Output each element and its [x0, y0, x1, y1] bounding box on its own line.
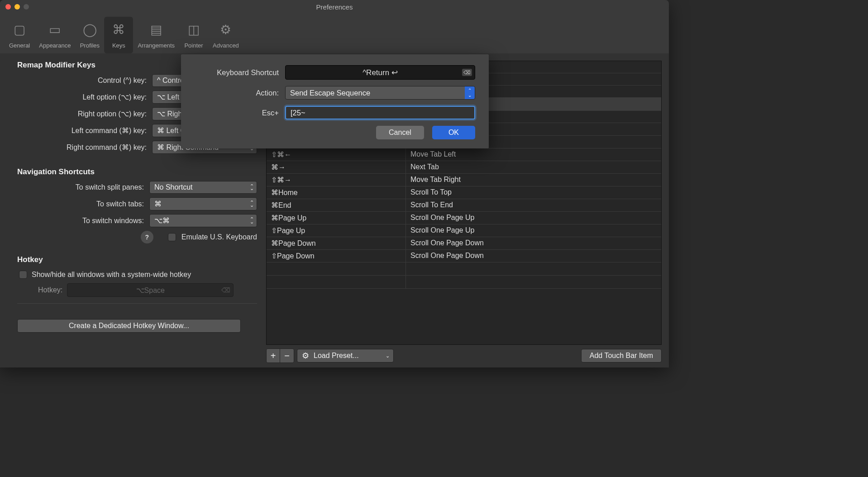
toolbar-label: Pointer: [184, 42, 203, 49]
chevron-updown-icon: ⌃⌄: [250, 201, 254, 206]
table-row[interactable]: ⌘EndScroll To End: [267, 199, 661, 212]
profiles-icon: ◯: [80, 19, 100, 39]
action-column: Scroll One Page Up: [406, 212, 661, 224]
close-icon[interactable]: [5, 4, 11, 10]
toolbar-keys[interactable]: ⌘Keys: [104, 17, 133, 53]
divider: [17, 303, 257, 304]
toolbar-label: Profiles: [80, 42, 100, 49]
load-preset-button[interactable]: Load Preset... ⌄: [297, 349, 394, 363]
add-remove-segment: + −: [266, 348, 294, 363]
chevron-down-icon: ⌄: [386, 353, 390, 359]
table-row[interactable]: ⌘HomeScroll To Top: [267, 186, 661, 199]
remap-label: Right command (⌘) key:: [67, 143, 147, 152]
key-column: ⇧Page Down: [267, 250, 406, 262]
key-mapping-edit-dialog: Keyboard Shortcut ^Return ↩ ⌫ Action: Se…: [181, 54, 489, 148]
chevron-updown-icon: ⌃⌄: [250, 185, 254, 190]
toolbar: ▢General▭Appearance◯Profiles⌘Keys▤Arrang…: [0, 14, 669, 53]
table-row[interactable]: ⌘Page UpScroll One Page Up: [267, 212, 661, 224]
toolbar-pointer[interactable]: ◫Pointer: [179, 17, 208, 53]
emulate-us-keyboard-checkbox[interactable]: [168, 233, 176, 241]
appearance-icon: ▭: [45, 19, 65, 39]
remap-label: Left option (⌥) key:: [82, 93, 147, 101]
general-icon: ▢: [10, 19, 29, 39]
key-column: ⌘Page Up: [267, 212, 406, 224]
keyboard-shortcut-value: ^Return ↩: [362, 68, 398, 77]
toolbar-arrangements[interactable]: ▤Arrangements: [133, 17, 179, 53]
toolbar-label: Advanced: [213, 42, 239, 49]
key-column: ⌘→: [267, 161, 406, 173]
nav-heading: Navigation Shortcuts: [17, 167, 257, 176]
advanced-icon: ⚙: [216, 19, 236, 39]
gear-icon: [302, 351, 311, 361]
action-column: Scroll One Page Down: [406, 237, 661, 249]
window-title: Preferences: [316, 3, 353, 11]
help-button[interactable]: ?: [141, 231, 153, 243]
toolbar-advanced[interactable]: ⚙Advanced: [208, 17, 243, 53]
nav-label: To switch windows:: [82, 217, 144, 225]
action-column: Scroll To End: [406, 199, 661, 211]
clear-shortcut-icon[interactable]: ⌫: [462, 69, 472, 76]
hotkey-input[interactable]: ⌥Space ⌫: [67, 283, 234, 297]
toolbar-label: Appearance: [39, 42, 71, 49]
ok-button[interactable]: OK: [432, 126, 475, 139]
action-column: Next Tab: [406, 161, 661, 173]
minimize-icon[interactable]: [14, 4, 20, 10]
clear-icon[interactable]: ⌫: [221, 286, 230, 294]
remap-label: Control (^) key:: [98, 76, 147, 85]
toolbar-label: Arrangements: [138, 42, 175, 49]
table-row[interactable]: ⇧⌘←Move Tab Left: [267, 148, 661, 161]
toolbar-general[interactable]: ▢General: [5, 17, 34, 53]
keyboard-shortcut-field[interactable]: ^Return ↩ ⌫: [285, 65, 475, 80]
table-row[interactable]: ⇧Page UpScroll One Page Up: [267, 224, 661, 237]
key-column: ⌘Page Down: [267, 237, 406, 249]
toolbar-label: General: [9, 42, 30, 49]
create-hotkey-window-button[interactable]: Create a Dedicated Hotkey Window...: [17, 319, 241, 333]
nav-label: To switch tabs:: [96, 200, 144, 208]
table-row[interactable]: ⇧Page DownScroll One Page Down: [267, 250, 661, 262]
emulate-us-keyboard-label: Emulate U.S. Keyboard: [181, 233, 257, 241]
arrangements-icon: ▤: [146, 19, 166, 39]
show-hide-hotkey-label: Show/hide all windows with a system-wide…: [32, 271, 191, 279]
load-preset-label: Load Preset...: [314, 352, 359, 360]
remap-label: Right option (⌥) key:: [78, 110, 147, 118]
chevron-updown-icon: ⌃⌄: [465, 86, 475, 99]
esc-plus-label: Esc+: [262, 109, 279, 117]
keyboard-shortcut-label: Keyboard Shortcut: [217, 68, 279, 77]
nav-select[interactable]: No Shortcut⌃⌄: [149, 181, 257, 194]
esc-sequence-input[interactable]: [285, 106, 475, 119]
show-hide-hotkey-checkbox[interactable]: [19, 271, 27, 279]
action-select[interactable]: Send Escape Sequence ⌃⌄: [285, 86, 475, 100]
action-value: Send Escape Sequence: [290, 89, 370, 97]
keys-icon: ⌘: [109, 19, 129, 39]
action-column: Scroll One Page Down: [406, 250, 661, 262]
key-column: ⇧⌘←: [267, 148, 406, 161]
key-column: ⇧⌘→: [267, 174, 406, 186]
pointer-icon: ◫: [184, 19, 204, 39]
traffic-lights: [5, 4, 29, 10]
table-row[interactable]: ⌘Page DownScroll One Page Down: [267, 237, 661, 250]
action-column: Scroll One Page Up: [406, 224, 661, 237]
add-touch-bar-item-button[interactable]: Add Touch Bar Item: [581, 349, 662, 363]
table-row[interactable]: [267, 276, 661, 289]
table-row[interactable]: ⇧⌘→Move Tab Right: [267, 174, 661, 186]
add-mapping-button[interactable]: +: [267, 349, 280, 363]
remap-label: Left command (⌘) key:: [72, 126, 147, 135]
table-row[interactable]: ⌘→Next Tab: [267, 161, 661, 174]
hotkey-value: ⌥Space: [136, 286, 165, 295]
hotkey-heading: Hotkey: [17, 255, 257, 264]
cancel-button[interactable]: Cancel: [376, 126, 424, 139]
key-column: ⌘End: [267, 199, 406, 211]
maximize-icon: [24, 4, 29, 10]
toolbar-profiles[interactable]: ◯Profiles: [75, 17, 104, 53]
action-label: Action:: [256, 89, 279, 97]
hotkey-field-label: Hotkey:: [38, 286, 62, 294]
nav-select[interactable]: ⌘⌃⌄: [149, 197, 257, 210]
action-column: Scroll To Top: [406, 186, 661, 199]
key-column: ⌘Home: [267, 186, 406, 199]
preferences-window: Preferences ▢General▭Appearance◯Profiles…: [0, 0, 669, 367]
key-column: ⇧Page Up: [267, 224, 406, 237]
table-row[interactable]: [267, 262, 661, 276]
remove-mapping-button[interactable]: −: [280, 349, 294, 363]
nav-select[interactable]: ⌥⌘⌃⌄: [149, 214, 257, 227]
toolbar-appearance[interactable]: ▭Appearance: [34, 17, 75, 53]
